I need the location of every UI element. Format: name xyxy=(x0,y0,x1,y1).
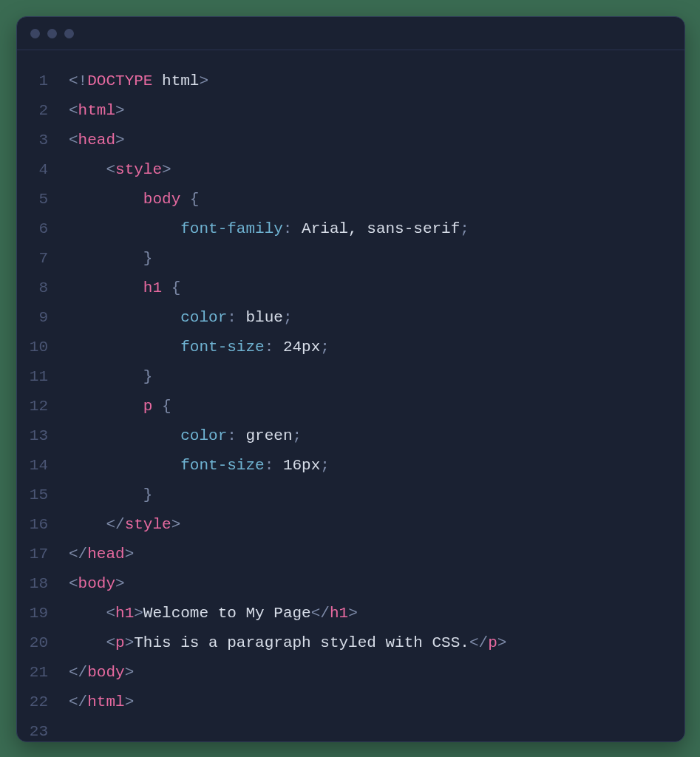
code-line[interactable]: <p>This is a paragraph styled with CSS.<… xyxy=(64,628,684,658)
token-text: Welcome to My Page xyxy=(143,605,311,622)
token-punct: : xyxy=(227,427,237,444)
token-punct: </ xyxy=(69,546,87,563)
token-tag: head xyxy=(78,132,115,149)
line-number: 6 xyxy=(17,214,64,244)
code-line[interactable]: color: green; xyxy=(64,421,684,451)
code-line[interactable]: <head> xyxy=(64,126,684,155)
line-number: 12 xyxy=(17,392,64,421)
token-prop: font-family xyxy=(180,220,283,237)
code-line[interactable]: } xyxy=(64,244,684,274)
line-number-gutter: 1234567891011121314151617181920212223 xyxy=(17,67,64,742)
line-number: 17 xyxy=(17,540,64,569)
code-line[interactable]: <style> xyxy=(64,155,684,185)
code-line[interactable]: font-family: Arial, sans-serif; xyxy=(64,214,684,244)
window-titlebar xyxy=(17,17,684,50)
token-sel: p xyxy=(143,398,153,415)
code-line[interactable]: <h1>Welcome to My Page</h1> xyxy=(64,599,684,628)
token-punct: ; xyxy=(320,339,330,356)
code-line[interactable]: </head> xyxy=(64,540,684,569)
token-punct: : xyxy=(265,457,274,474)
code-line[interactable]: font-size: 24px; xyxy=(64,333,684,362)
line-number: 18 xyxy=(17,569,64,599)
code-line[interactable]: </body> xyxy=(64,658,684,688)
token-punct: <! xyxy=(69,72,87,89)
token-punct: > xyxy=(125,634,135,651)
token-val: 24px xyxy=(283,339,320,356)
token-punct: </ xyxy=(311,605,330,622)
indent xyxy=(69,634,106,651)
token-tag: style xyxy=(125,516,171,533)
token-text xyxy=(162,279,171,296)
indent xyxy=(69,220,180,237)
token-punct: > xyxy=(134,605,143,622)
token-punct: : xyxy=(283,220,293,237)
token-punct: ; xyxy=(283,309,293,326)
token-tag: html xyxy=(78,102,115,119)
traffic-light-minimize-icon[interactable] xyxy=(47,29,57,38)
traffic-light-zoom-icon[interactable] xyxy=(64,29,74,38)
line-number: 11 xyxy=(17,362,64,392)
token-punct: } xyxy=(143,250,153,267)
token-tag: head xyxy=(87,546,124,563)
token-punct: > xyxy=(199,72,208,89)
code-line[interactable]: </html> xyxy=(64,688,684,717)
line-number: 2 xyxy=(17,96,64,126)
token-punct: < xyxy=(106,161,115,178)
code-line[interactable]: font-size: 16px; xyxy=(64,451,684,481)
code-content[interactable]: <!DOCTYPE html><html><head> <style> body… xyxy=(64,67,684,742)
token-punct: ; xyxy=(460,220,469,237)
token-punct: > xyxy=(125,693,135,710)
code-line[interactable]: <html> xyxy=(64,96,684,126)
token-punct: { xyxy=(171,279,181,296)
token-punct: > xyxy=(115,575,125,592)
code-line[interactable]: body { xyxy=(64,185,684,214)
token-prop: color xyxy=(180,309,227,326)
indent xyxy=(69,250,143,267)
token-tag: body xyxy=(78,575,115,592)
token-text xyxy=(152,398,162,415)
token-punct: </ xyxy=(69,664,87,681)
code-line[interactable]: } xyxy=(64,362,684,392)
line-number: 4 xyxy=(17,155,64,185)
token-punct: > xyxy=(348,605,358,622)
line-number: 20 xyxy=(17,628,64,658)
token-punct: ; xyxy=(320,457,330,474)
code-line[interactable]: <!DOCTYPE html> xyxy=(64,67,684,96)
token-tag: h1 xyxy=(115,605,134,622)
indent xyxy=(69,161,106,178)
code-line[interactable] xyxy=(64,717,684,742)
line-number: 10 xyxy=(17,333,64,362)
code-editor[interactable]: 1234567891011121314151617181920212223 <!… xyxy=(17,50,684,742)
code-line[interactable]: p { xyxy=(64,392,684,421)
indent xyxy=(69,516,106,533)
token-text xyxy=(273,339,283,356)
token-text xyxy=(237,309,246,326)
traffic-light-close-icon[interactable] xyxy=(30,29,40,38)
token-tag: html xyxy=(87,693,124,710)
line-number: 23 xyxy=(17,717,64,742)
token-prop: font-size xyxy=(180,339,264,356)
indent xyxy=(69,605,106,622)
code-line[interactable]: <body> xyxy=(64,569,684,599)
indent xyxy=(69,427,180,444)
line-number: 19 xyxy=(17,599,64,628)
code-line[interactable]: } xyxy=(64,481,684,510)
token-punct: < xyxy=(69,575,78,592)
code-line[interactable]: color: blue; xyxy=(64,303,684,333)
line-number: 3 xyxy=(17,126,64,155)
code-line[interactable]: h1 { xyxy=(64,274,684,303)
token-punct: > xyxy=(125,664,135,681)
token-doctype: DOCTYPE xyxy=(87,72,152,89)
token-tag: body xyxy=(87,664,124,681)
token-punct: < xyxy=(106,605,115,622)
editor-window: 1234567891011121314151617181920212223 <!… xyxy=(16,16,685,742)
line-number: 7 xyxy=(17,244,64,274)
code-line[interactable]: </style> xyxy=(64,510,684,540)
line-number: 13 xyxy=(17,421,64,451)
token-val: 16px xyxy=(283,457,320,474)
token-val: Arial, sans-serif xyxy=(302,220,460,237)
token-punct: > xyxy=(125,546,135,563)
token-text xyxy=(292,220,302,237)
token-punct: </ xyxy=(106,516,124,533)
line-number: 1 xyxy=(17,67,64,96)
